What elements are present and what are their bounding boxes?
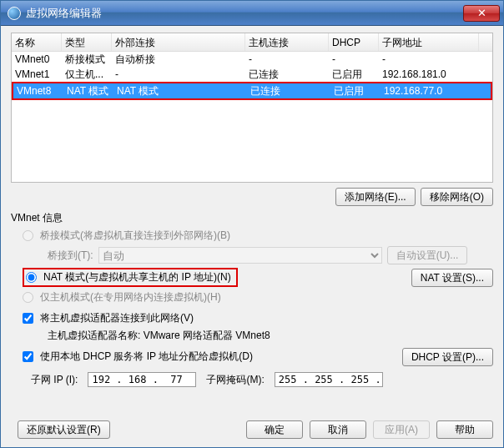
help-button[interactable]: 帮助 — [436, 420, 493, 439]
dhcp-row[interactable]: 使用本地 DHCP 服务将 IP 地址分配给虚拟机(D) — [23, 350, 402, 364]
content-area: 名称 类型 外部连接 主机连接 DHCP 子网地址 VMnet0 桥接模式 自动… — [1, 26, 503, 447]
dhcp-label: 使用本地 DHCP 服务将 IP 地址分配给虚拟机(D) — [40, 350, 253, 364]
titlebar[interactable]: 虚拟网络编辑器 ✕ — [1, 1, 503, 26]
table-header: 名称 类型 外部连接 主机连接 DHCP 子网地址 — [12, 33, 492, 52]
nat-settings-button[interactable]: NAT 设置(S)... — [411, 269, 493, 287]
ok-button[interactable]: 确定 — [246, 420, 303, 439]
connect-adapter-checkbox[interactable] — [23, 313, 33, 324]
network-table[interactable]: 名称 类型 外部连接 主机连接 DHCP 子网地址 VMnet0 桥接模式 自动… — [11, 33, 493, 183]
connect-adapter-row[interactable]: 将主机虚拟适配器连接到此网络(V) — [23, 311, 493, 325]
subnet-ip-label: 子网 IP (I): — [31, 373, 78, 387]
col-type[interactable]: 类型 — [62, 33, 112, 51]
apply-button[interactable]: 应用(A) — [373, 420, 430, 439]
nat-highlight: NAT 模式(与虚拟机共享主机的 IP 地址)(N) — [23, 268, 238, 287]
nat-radio-row[interactable]: NAT 模式(与虚拟机共享主机的 IP 地址)(N) — [26, 270, 231, 284]
hostonly-radio-row[interactable]: 仅主机模式(在专用网络内连接虚拟机)(H) — [23, 290, 493, 305]
window-title: 虚拟网络编辑器 — [26, 6, 102, 21]
col-host[interactable]: 主机连接 — [245, 33, 329, 51]
subnet-ip-input[interactable] — [88, 372, 196, 387]
app-icon — [8, 7, 21, 20]
nat-label: NAT 模式(与虚拟机共享主机的 IP 地址)(N) — [43, 270, 231, 284]
table-row[interactable]: VMnet1 仅主机... - 已连接 已启用 192.168.181.0 — [12, 67, 492, 82]
bridge-to-select[interactable]: 自动 — [98, 247, 382, 264]
col-dhcp[interactable]: DHCP — [329, 33, 379, 51]
vmnet-info-label: VMnet 信息 — [11, 211, 493, 225]
subnet-mask-label: 子网掩码(M): — [206, 373, 264, 387]
add-network-button[interactable]: 添加网络(E)... — [335, 188, 416, 206]
connect-adapter-label: 将主机虚拟适配器连接到此网络(V) — [40, 311, 194, 325]
table-buttons: 添加网络(E)... 移除网络(O) — [11, 188, 493, 206]
subnet-mask-input[interactable] — [275, 372, 383, 387]
hostonly-label: 仅主机模式(在专用网络内连接虚拟机)(H) — [40, 290, 221, 305]
dhcp-checkbox[interactable] — [23, 351, 33, 362]
col-ext[interactable]: 外部连接 — [112, 33, 245, 51]
remove-network-button[interactable]: 移除网络(O) — [421, 188, 493, 206]
col-subnet[interactable]: 子网地址 — [379, 33, 479, 51]
highlighted-row: VMnet8 NAT 模式 NAT 模式 已连接 已启用 192.168.77.… — [12, 82, 492, 100]
cancel-button[interactable]: 取消 — [310, 420, 366, 439]
table-row[interactable]: VMnet0 桥接模式 自动桥接 - - - — [12, 52, 492, 67]
nat-radio[interactable] — [26, 272, 37, 283]
dhcp-settings-button[interactable]: DHCP 设置(P)... — [402, 348, 493, 366]
close-button[interactable]: ✕ — [463, 5, 500, 22]
bridge-radio[interactable] — [23, 230, 33, 241]
dialog-window: 虚拟网络编辑器 ✕ 名称 类型 外部连接 主机连接 DHCP 子网地址 VMne… — [0, 0, 504, 448]
auto-set-button[interactable]: 自动设置(U)... — [387, 246, 468, 264]
hostonly-radio[interactable] — [23, 292, 33, 303]
adapter-name-label: 主机虚拟适配器名称: VMware 网络适配器 VMnet8 — [48, 329, 493, 343]
bridge-label: 桥接模式(将虚拟机直接连接到外部网络)(B) — [40, 229, 230, 243]
restore-defaults-button[interactable]: 还原默认设置(R) — [18, 420, 110, 439]
col-name[interactable]: 名称 — [12, 33, 62, 51]
bridge-radio-row[interactable]: 桥接模式(将虚拟机直接连接到外部网络)(B) — [23, 229, 493, 243]
bridge-to-label: 桥接到(T): — [48, 249, 93, 263]
table-row[interactable]: VMnet8 NAT 模式 NAT 模式 已连接 已启用 192.168.77.… — [13, 83, 491, 98]
footer-buttons: 还原默认设置(R) 确定 取消 应用(A) 帮助 — [11, 420, 493, 439]
